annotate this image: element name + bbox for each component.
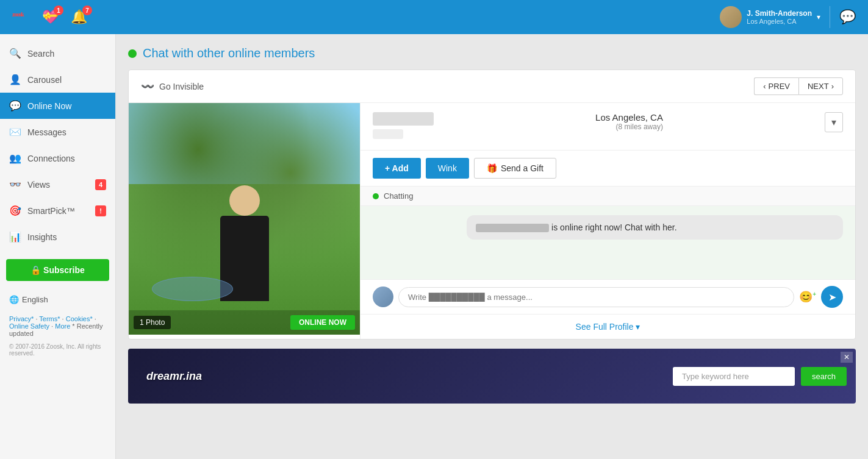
send-button[interactable]: ➤ [821, 286, 843, 308]
ad-banner: dreamr.ina Type keyword here search ✕ [128, 349, 856, 404]
header-right: J. Smith-Anderson Los Angeles, CA ▾ 💬 [720, 6, 856, 28]
sidebar-item-views[interactable]: 👓 Views 4 [0, 171, 115, 197]
chat-avatar [373, 286, 393, 307]
blurred-username [476, 224, 549, 232]
gift-icon: 🎁 [487, 163, 497, 173]
ad-close-button[interactable]: ✕ [841, 352, 853, 363]
connections-icon: 👥 [9, 152, 21, 164]
terms-link[interactable]: Terms* [39, 315, 60, 322]
language-selector[interactable]: 🌐 English [0, 290, 115, 309]
photo-overlay: 1 Photo ONLINE NOW [129, 310, 360, 335]
main-card: 〰️ Go Invisible ‹ PREV NEXT › [128, 69, 856, 340]
sidebar-item-messages[interactable]: ✉️ Messages [0, 119, 115, 145]
sidebar-item-label: Messages [27, 127, 66, 137]
online-now-icon: 💬 [9, 100, 21, 112]
go-invisible-button[interactable]: 〰️ Go Invisible [141, 80, 204, 93]
chat-message-bubble: is online right now! Chat with her. [467, 215, 843, 240]
smartpick-badge: ! [95, 205, 106, 216]
online-safety-link[interactable]: Online Safety [9, 322, 49, 330]
messages-button[interactable]: 💬 [839, 9, 856, 25]
add-button[interactable]: + Add [373, 158, 421, 179]
gift-label: Send a Gift [501, 163, 543, 173]
chat-online-dot [373, 193, 379, 199]
matches-badge: 1 [54, 5, 63, 15]
page-header: Chat with other online members [128, 46, 856, 60]
user-name: J. Smith-Anderson [747, 9, 812, 18]
views-badge: 4 [95, 179, 106, 190]
profile-info-section: Los Angeles, CA (8 miles away) ▾ + Add W… [360, 103, 855, 339]
header-icons: 💝 1 🔔 7 [42, 9, 87, 25]
card-header: 〰️ Go Invisible ‹ PREV NEXT › [129, 70, 855, 103]
sidebar-item-label: Insights [27, 232, 57, 242]
insights-icon: 📊 [9, 231, 21, 243]
profile-photo[interactable]: 1 Photo ONLINE NOW [129, 103, 360, 335]
smartpick-icon: 🎯 [9, 205, 21, 216]
nav-buttons: ‹ PREV NEXT › [754, 77, 843, 95]
chat-status-text: Chatting [384, 191, 413, 201]
user-menu[interactable]: J. Smith-Anderson Los Angeles, CA ▾ [720, 6, 830, 28]
sidebar-item-label: SmartPick™ [27, 206, 75, 216]
chat-input-area: 😊+ ➤ [360, 279, 855, 314]
photo-count: 1 Photo [134, 316, 171, 329]
sidebar-item-insights[interactable]: 📊 Insights [0, 224, 115, 250]
sidebar-item-connections[interactable]: 👥 Connections [0, 145, 115, 171]
sidebar-item-label: Search [27, 49, 54, 59]
chat-messages: is online right now! Chat with her. [360, 206, 855, 279]
ad-cta-button[interactable]: search [801, 367, 847, 386]
chevron-down-icon: ▾ [817, 13, 820, 21]
matches-button[interactable]: 💝 1 [42, 9, 59, 25]
more-link[interactable]: More [55, 322, 70, 330]
user-location: Los Angeles, CA [747, 18, 812, 25]
profile-top: Los Angeles, CA (8 miles away) ▾ [360, 103, 855, 151]
profile-name-area [373, 112, 434, 141]
profile-distance: (8 miles away) [595, 123, 663, 131]
search-icon: 🔍 [9, 48, 21, 59]
sidebar-item-label: Carousel [27, 75, 62, 85]
sidebar-item-label: Online Now [27, 101, 71, 111]
profile-area: 1 Photo ONLINE NOW Los An [129, 103, 855, 339]
see-full-profile-link[interactable]: See Full Profile ▾ [576, 322, 640, 332]
notifications-button[interactable]: 🔔 7 [71, 9, 87, 25]
copyright: © 2007-2016 Zoosk, Inc. All rights reser… [9, 343, 106, 357]
mask-icon: 〰️ [141, 80, 154, 93]
user-info: J. Smith-Anderson Los Angeles, CA [747, 9, 812, 25]
online-status-dot [128, 49, 137, 58]
views-icon: 👓 [9, 179, 21, 190]
emoji-button[interactable]: 😊+ [799, 290, 816, 304]
profile-location-area: Los Angeles, CA (8 miles away) [595, 112, 663, 131]
profile-actions: + Add Wink 🎁 Send a Gift [360, 151, 855, 187]
privacy-link[interactable]: Privacy* [9, 315, 34, 322]
online-now-badge: ONLINE NOW [290, 315, 355, 330]
sidebar-item-search[interactable]: 🔍 Search [0, 40, 115, 66]
sidebar-item-carousel[interactable]: 👤 Carousel [0, 66, 115, 93]
chat-input[interactable] [398, 287, 794, 307]
ad-text: dreamr.ina [146, 370, 202, 383]
avatar [720, 6, 742, 28]
cookies-link[interactable]: Cookies* [66, 315, 93, 322]
page-title: Chat with other online members [143, 46, 315, 60]
next-button[interactable]: NEXT › [798, 77, 843, 95]
globe-icon: 🌐 [9, 295, 19, 304]
prev-button[interactable]: ‹ PREV [754, 77, 798, 95]
sidebar-item-online-now[interactable]: 💬 Online Now [0, 93, 115, 119]
profile-location: Los Angeles, CA [595, 112, 663, 123]
sidebar-item-label: Connections [27, 154, 75, 163]
logo[interactable]: zoosk [12, 6, 24, 29]
ad-search-box: Type keyword here [673, 367, 795, 386]
main-content: Chat with other online members 〰️ Go Inv… [116, 34, 868, 459]
go-invisible-label: Go Invisible [159, 82, 204, 91]
sidebar-item-smartpick[interactable]: 🎯 SmartPick™ ! [0, 197, 115, 224]
profile-sub [373, 129, 403, 139]
wink-button[interactable]: Wink [426, 158, 469, 179]
sidebar: 🔍 Search 👤 Carousel 💬 Online Now ✉️ Mess… [0, 34, 116, 459]
subscribe-button[interactable]: 🔒 Subscribe [6, 259, 109, 281]
header: zoosk 💝 1 🔔 7 J. Smith-Anderson Los Ange… [0, 0, 868, 34]
sidebar-item-label: Views [27, 180, 50, 190]
profile-dropdown-button[interactable]: ▾ [825, 112, 843, 132]
profile-name [373, 112, 434, 126]
main-layout: 🔍 Search 👤 Carousel 💬 Online Now ✉️ Mess… [0, 34, 868, 459]
profile-photo-section: 1 Photo ONLINE NOW [129, 103, 360, 339]
chat-message-text: is online right now! Chat with her. [551, 222, 676, 232]
gift-button[interactable]: 🎁 Send a Gift [474, 158, 556, 179]
carousel-icon: 👤 [9, 74, 21, 85]
